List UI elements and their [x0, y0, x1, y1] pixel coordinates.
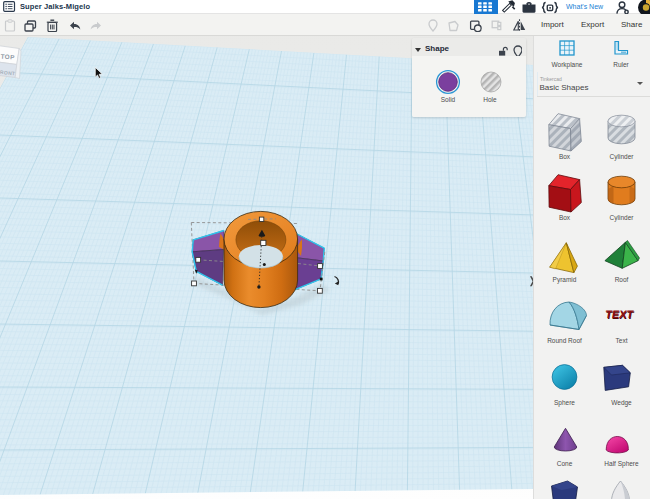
svg-text:TEXT: TEXT [604, 308, 634, 320]
svg-text:TOP: TOP [0, 53, 15, 61]
